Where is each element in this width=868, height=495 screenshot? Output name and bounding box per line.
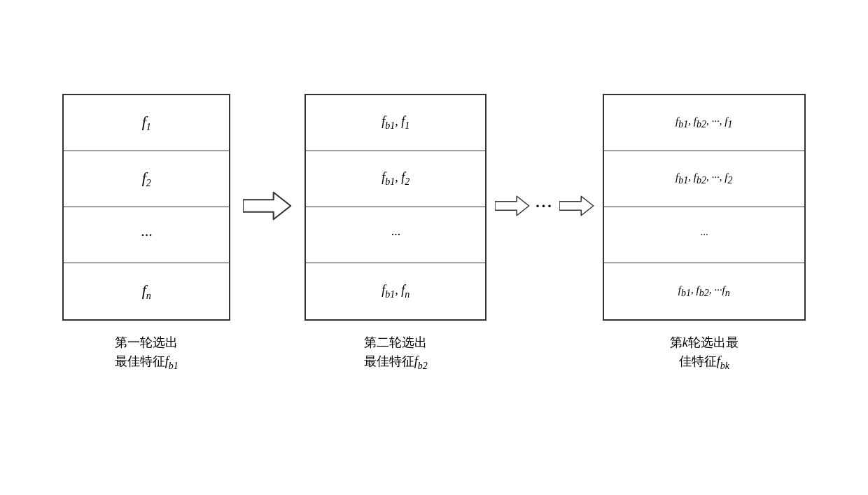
row-3-1: fb1, fb2, ···, f1 [604,95,804,151]
cell-label: fn [142,281,151,302]
row-2-3: ··· [306,207,485,263]
cell-label: fb1, f2 [382,170,410,188]
dots-label: ··· [536,197,554,215]
row-1-2: f2 [64,151,229,207]
table-box-1: f1 f2 ··· fn [62,94,230,321]
row-2-1: fb1, f1 [306,95,485,151]
caption-2: 第二轮选出最佳特征fb2 [364,333,428,373]
svg-marker-0 [243,192,290,219]
column-2: fb1, f1 fb1, f2 ··· fb1, fn 第二轮选出最佳特征fb2 [304,94,486,373]
row-1-4: fn [64,263,229,319]
table-box-2: fb1, f1 fb1, f2 ··· fb1, fn [304,94,486,321]
cell-label: fb1, fb2, ···fn [678,284,730,299]
row-2-4: fb1, fn [306,263,485,319]
cell-label: fb1, fb2, ···, f2 [676,172,732,186]
row-1-3: ··· [64,207,229,263]
row-2-2: fb1, f2 [306,151,485,207]
svg-marker-1 [495,196,529,216]
cell-label: f2 [142,169,151,189]
caption-3: 第k轮选出最佳特征fbk [670,333,738,373]
column-3: fb1, fb2, ···, f1 fb1, fb2, ···, f2 ··· … [603,94,806,373]
row-3-3: ··· [604,207,804,263]
cell-label: ··· [141,226,153,244]
middle-arrows: ··· [486,189,603,279]
column-1: f1 f2 ··· fn 第一轮选出最佳特征fb1 [62,94,230,373]
cell-label: fb1, fb2, ···, f1 [676,116,732,130]
cell-label: ··· [391,228,401,242]
row-3-2: fb1, fb2, ···, f2 [604,151,804,207]
cell-label: fb1, f1 [382,114,410,132]
svg-marker-2 [559,196,594,216]
table-box-3: fb1, fb2, ···, f1 fb1, fb2, ···, f2 ··· … [603,94,806,321]
diagram-container: f1 f2 ··· fn 第一轮选出最佳特征fb1 fb1, f1 [41,80,827,415]
arrow-1 [230,190,304,277]
row-3-4: fb1, fb2, ···fn [604,263,804,319]
cell-label: fb1, fn [382,283,410,300]
caption-1: 第一轮选出最佳特征fb1 [115,333,178,373]
cell-label: ··· [700,229,708,241]
cell-label: f1 [142,113,151,133]
row-1-1: f1 [64,95,229,151]
